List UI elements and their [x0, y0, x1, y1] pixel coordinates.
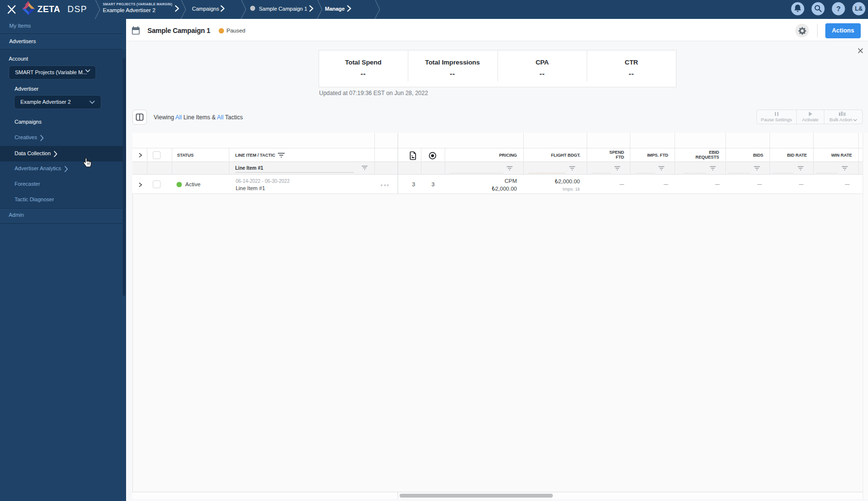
svg-text:Bulk Action: Bulk Action	[830, 117, 852, 122]
svg-text:Activate: Activate	[802, 117, 819, 122]
svg-text:Pause Settings: Pause Settings	[761, 117, 792, 122]
svg-text:L&: L&	[855, 5, 863, 12]
svg-text:?: ?	[836, 4, 840, 13]
